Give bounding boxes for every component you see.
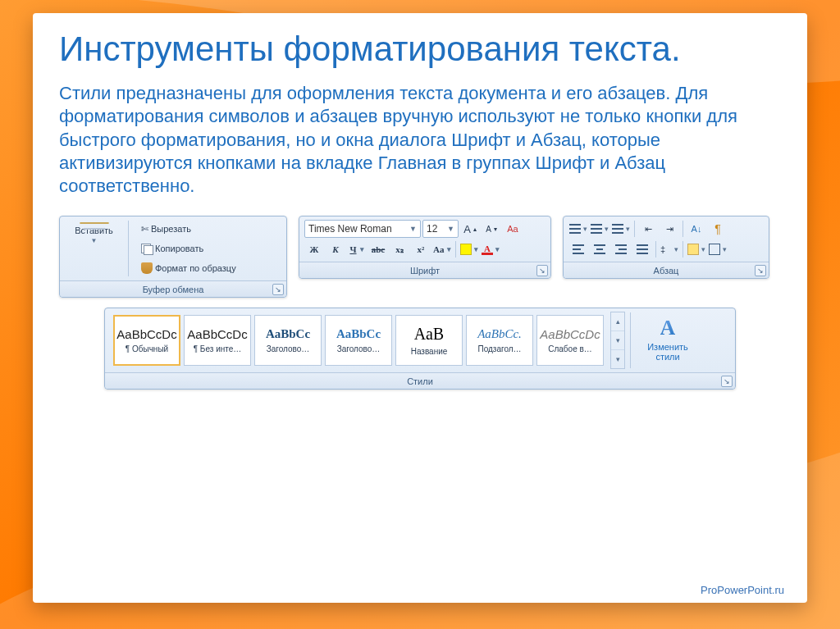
highlight-icon xyxy=(460,244,472,255)
bullets-icon xyxy=(569,224,581,234)
style-thumb[interactable]: AaBbCcDc¶ Без инте… xyxy=(184,315,251,366)
multilevel-icon xyxy=(612,224,623,234)
numbering-button[interactable]: ▾ xyxy=(590,220,609,238)
clear-format-button[interactable]: Aa xyxy=(503,220,523,238)
slide-body: Стили предназначены для оформления текст… xyxy=(59,82,781,198)
clipboard-launcher-icon[interactable]: ↘ xyxy=(272,284,284,295)
line-spacing-icon: ‡ xyxy=(660,244,665,254)
italic-button[interactable]: К xyxy=(326,240,345,258)
style-thumb[interactable]: АаВНазвание xyxy=(395,315,463,366)
style-thumb[interactable]: AaBbCcDcСлабое в… xyxy=(536,315,604,366)
align-center-button[interactable] xyxy=(590,240,609,258)
justify-button[interactable] xyxy=(632,240,652,258)
clipboard-caption: Буфер обмена xyxy=(143,285,204,294)
align-left-icon xyxy=(573,244,584,254)
gallery-up-icon[interactable]: ▴ xyxy=(611,312,624,331)
font-size-combo[interactable]: 12▼ xyxy=(422,220,459,238)
shading-icon xyxy=(687,244,699,255)
outdent-button[interactable]: ⇤ xyxy=(638,220,658,238)
strike-button[interactable]: abc xyxy=(368,240,388,258)
format-painter-button[interactable]: Формат по образцу xyxy=(137,259,281,277)
copy-icon xyxy=(141,244,153,253)
change-styles-icon: A xyxy=(660,316,676,340)
styles-gallery: AaBbCcDc¶ ОбычныйAaBbCcDc¶ Без инте…AaBb… xyxy=(110,312,607,369)
font-color-icon: A xyxy=(482,244,493,255)
ribbon-row-2: AaBbCcDc¶ ОбычныйAaBbCcDc¶ Без инте…AaBb… xyxy=(59,308,781,390)
indent-button[interactable]: ⇥ xyxy=(660,220,679,238)
shrink-font-button[interactable]: A▾ xyxy=(482,220,501,238)
ribbon-row-1: Вставить ▼ ✄ Вырезать Копировать Ф xyxy=(59,216,781,298)
gallery-scroll[interactable]: ▴ ▾ ▾ xyxy=(610,312,625,369)
gallery-down-icon[interactable]: ▾ xyxy=(611,331,624,350)
brush-icon xyxy=(141,262,153,274)
paragraph-caption: Абзац xyxy=(654,266,679,276)
font-group: Times New Roman▼ 12▼ A▴ A▾ Aa Ж К Ч▾ abc… xyxy=(299,216,551,279)
line-spacing-button[interactable]: ‡▾ xyxy=(660,240,679,258)
style-thumb[interactable]: AaBbCcЗаголово… xyxy=(254,315,322,366)
copy-label: Копировать xyxy=(155,244,203,253)
font-caption: Шрифт xyxy=(410,266,440,276)
format-painter-label: Формат по образцу xyxy=(155,263,236,273)
bold-button[interactable]: Ж xyxy=(304,240,324,258)
underline-button[interactable]: Ч▾ xyxy=(347,240,367,258)
clipboard-group: Вставить ▼ ✄ Вырезать Копировать Ф xyxy=(59,216,287,298)
style-thumb[interactable]: AaBbCcDc¶ Обычный xyxy=(113,315,180,366)
cut-label: Вырезать xyxy=(151,224,191,234)
align-right-icon xyxy=(615,244,627,254)
paste-icon xyxy=(80,222,109,224)
font-size-value: 12 xyxy=(427,223,437,235)
bullets-button[interactable]: ▾ xyxy=(568,220,588,238)
highlight-button[interactable]: ▾ xyxy=(459,240,479,258)
styles-group: AaBbCcDc¶ ОбычныйAaBbCcDc¶ Без инте…AaBb… xyxy=(104,308,736,390)
font-launcher-icon[interactable]: ↘ xyxy=(536,265,548,276)
superscript-button[interactable]: x² xyxy=(411,240,431,258)
change-styles-label: Изменить стили xyxy=(638,342,697,362)
gallery-more-icon[interactable]: ▾ xyxy=(611,350,624,368)
cut-button[interactable]: ✄ Вырезать xyxy=(137,220,281,238)
style-thumb[interactable]: AaBbCcЗаголово… xyxy=(325,315,392,366)
shading-button[interactable]: ▾ xyxy=(687,240,706,258)
paste-label: Вставить xyxy=(75,226,113,235)
align-left-button[interactable] xyxy=(568,240,588,258)
borders-icon xyxy=(709,244,720,255)
font-name-combo[interactable]: Times New Roman▼ xyxy=(304,220,421,238)
scissors-icon: ✄ xyxy=(141,224,148,235)
copy-button[interactable]: Копировать xyxy=(137,239,281,258)
font-name-value: Times New Roman xyxy=(308,223,392,235)
slide: Инструменты форматирования текста. Стили… xyxy=(33,13,807,603)
outdent-icon: ⇤ xyxy=(645,224,652,235)
change-styles-button[interactable]: A Изменить стили xyxy=(636,312,700,369)
paragraph-launcher-icon[interactable]: ↘ xyxy=(755,265,766,276)
slide-title: Инструменты форматирования текста. xyxy=(59,30,781,69)
sort-button[interactable]: A↓ xyxy=(687,220,706,238)
multilevel-button[interactable]: ▾ xyxy=(611,220,631,238)
paragraph-group: ▾ ▾ ▾ ⇤ ⇥ A↓ ¶ ‡▾ xyxy=(563,216,769,279)
align-center-icon xyxy=(594,244,605,254)
grow-font-button[interactable]: A▴ xyxy=(460,220,480,238)
change-case-button[interactable]: Aa▾ xyxy=(432,240,452,258)
style-thumb[interactable]: AaBbCc.Подзагол… xyxy=(466,315,533,366)
show-marks-button[interactable]: ¶ xyxy=(708,220,728,238)
styles-launcher-icon[interactable]: ↘ xyxy=(721,376,733,387)
indent-icon: ⇥ xyxy=(666,224,673,235)
align-right-button[interactable] xyxy=(611,240,631,258)
justify-icon xyxy=(637,244,648,254)
sort-icon: A↓ xyxy=(692,224,702,234)
watermark: ProPowerPoint.ru xyxy=(701,584,784,596)
paste-button[interactable]: Вставить ▼ xyxy=(65,220,123,238)
borders-button[interactable]: ▾ xyxy=(708,240,728,258)
styles-caption: Стили xyxy=(407,376,433,386)
pilcrow-icon: ¶ xyxy=(714,222,721,235)
font-color-button[interactable]: A▾ xyxy=(481,240,500,258)
numbering-icon xyxy=(591,224,602,234)
subscript-button[interactable]: x₂ xyxy=(390,240,409,258)
